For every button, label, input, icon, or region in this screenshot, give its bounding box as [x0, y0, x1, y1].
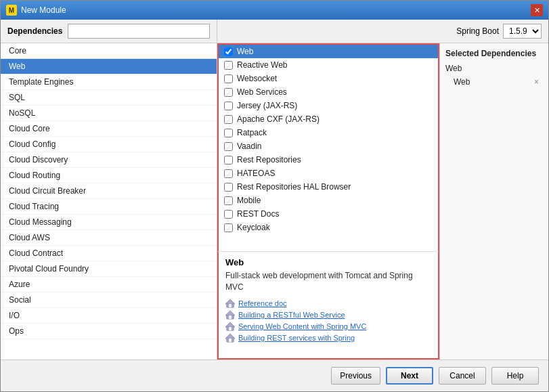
dep-item-jersey[interactable]: Jersey (JAX-RS): [219, 99, 438, 112]
dep-link-building-rest[interactable]: Building REST services with Spring: [225, 333, 431, 343]
category-item-ops[interactable]: Ops: [1, 324, 217, 339]
dep-link-ref-doc[interactable]: Reference doc: [225, 299, 431, 308]
dep-link-label-building-rest: Building REST services with Spring: [238, 334, 355, 342]
dep-checkbox-web-services[interactable]: [224, 88, 233, 97]
dep-item-hateoas[interactable]: HATEOAS: [219, 167, 438, 180]
dep-label-web-services: Web Services: [237, 87, 287, 97]
category-item-cloud-aws[interactable]: Cloud AWS: [1, 230, 217, 246]
category-item-core[interactable]: Core: [1, 43, 217, 59]
svg-rect-2: [229, 303, 232, 307]
dep-desc-text: Full-stack web development with Tomcat a…: [225, 270, 431, 293]
category-item-cloud-config[interactable]: Cloud Config: [1, 137, 217, 152]
category-item-cloud-discovery[interactable]: Cloud Discovery: [1, 152, 217, 168]
selected-groups: WebWeb×: [445, 64, 543, 92]
dep-checkbox-reactive-web[interactable]: [224, 61, 233, 70]
dependency-list: WebReactive WebWebsocketWeb ServicesJers…: [217, 43, 439, 251]
dep-item-mobile[interactable]: Mobile: [219, 194, 438, 207]
dep-link-building-restful[interactable]: Building a RESTful Web Service: [225, 310, 431, 320]
dep-checkbox-keycloak[interactable]: [224, 223, 233, 232]
help-button[interactable]: Help: [491, 367, 539, 385]
dep-checkbox-rest-repos-hal[interactable]: [224, 183, 233, 192]
selected-deps-title: Selected Dependencies: [445, 49, 543, 58]
category-item-cloud-routing[interactable]: Cloud Routing: [1, 168, 217, 183]
selected-dep-group: WebWeb×: [445, 64, 543, 88]
category-item-template-engines[interactable]: Template Engines: [1, 74, 217, 90]
next-button[interactable]: Next: [386, 367, 433, 385]
dep-item-apache-cxf[interactable]: Apache CXF (JAX-RS): [219, 112, 438, 126]
dep-checkbox-hateoas[interactable]: [224, 169, 233, 178]
dep-item-web[interactable]: Web: [219, 45, 438, 58]
spring-boot-row: Spring Boot 1.5.9 2.0.0 1.5.8: [217, 20, 548, 43]
dep-links: Reference docBuilding a RESTful Web Serv…: [225, 299, 431, 343]
dep-item-rest-repos[interactable]: Rest Repositories: [219, 153, 438, 167]
category-item-web[interactable]: Web: [1, 59, 217, 74]
dialog: M New Module ✕ Dependencies Spring Boot …: [0, 0, 549, 392]
dep-item-ratpack[interactable]: Ratpack: [219, 126, 438, 139]
link-icon: [225, 299, 235, 308]
dep-label-mobile: Mobile: [237, 196, 261, 205]
dep-item-reactive-web[interactable]: Reactive Web: [219, 58, 438, 72]
dep-item-rest-docs[interactable]: REST Docs: [219, 207, 438, 221]
dep-link-label-ref-doc: Reference doc: [238, 299, 287, 307]
module-icon: M: [6, 5, 17, 16]
dep-label-rest-repos-hal: Rest Repositories HAL Browser: [237, 182, 351, 192]
category-item-nosql[interactable]: NoSQL: [1, 106, 217, 121]
dep-checkbox-rest-repos[interactable]: [224, 156, 233, 165]
category-item-cloud-contract[interactable]: Cloud Contract: [1, 246, 217, 261]
category-item-io[interactable]: I/O: [1, 308, 217, 324]
dep-label-jersey: Jersey (JAX-RS): [237, 101, 297, 110]
title-bar: M New Module ✕: [1, 1, 548, 20]
category-item-sql[interactable]: SQL: [1, 90, 217, 106]
dependency-description: Web Full-stack web development with Tomc…: [217, 251, 439, 360]
dep-link-label-building-restful: Building a RESTful Web Service: [238, 311, 345, 319]
category-item-cloud-tracing[interactable]: Cloud Tracing: [1, 199, 217, 215]
dep-item-web-services[interactable]: Web Services: [219, 85, 438, 99]
dep-label-web: Web: [237, 47, 253, 56]
dep-label-rest-repos: Rest Repositories: [237, 155, 301, 165]
dep-checkbox-web[interactable]: [224, 47, 233, 56]
dep-item-keycloak[interactable]: Keycloak: [219, 221, 438, 234]
selected-dep-name: Web: [454, 77, 470, 87]
link-icon: [225, 333, 235, 343]
dep-link-serving-web[interactable]: Serving Web Content with Spring MVC: [225, 322, 431, 331]
remove-dep-button[interactable]: ×: [533, 77, 540, 87]
category-item-pivotal-cloud-foundry[interactable]: Pivotal Cloud Foundry: [1, 261, 217, 277]
category-item-cloud-core[interactable]: Cloud Core: [1, 121, 217, 137]
dep-item-rest-repos-hal[interactable]: Rest Repositories HAL Browser: [219, 180, 438, 194]
selected-dep-group-name: Web: [445, 64, 543, 73]
svg-rect-8: [229, 326, 232, 330]
category-item-azure[interactable]: Azure: [1, 277, 217, 292]
dep-label-reactive-web: Reactive Web: [237, 60, 287, 70]
middle-panel: WebReactive WebWebsocketWeb ServicesJers…: [217, 43, 440, 360]
link-icon: [225, 322, 235, 331]
dep-checkbox-rest-docs[interactable]: [224, 210, 233, 219]
dependencies-label: Dependencies: [7, 26, 62, 36]
previous-button[interactable]: Previous: [331, 367, 380, 385]
category-item-cloud-messaging[interactable]: Cloud Messaging: [1, 215, 217, 230]
dep-checkbox-websocket[interactable]: [224, 74, 233, 83]
dep-checkbox-mobile[interactable]: [224, 196, 233, 205]
category-item-social[interactable]: Social: [1, 292, 217, 308]
svg-marker-7: [225, 322, 235, 326]
title-bar-left: M New Module: [6, 5, 66, 16]
dep-label-apache-cxf: Apache CXF (JAX-RS): [237, 114, 320, 124]
dialog-title: New Module: [21, 5, 66, 15]
close-button[interactable]: ✕: [531, 4, 543, 16]
dep-item-vaadin[interactable]: Vaadin: [219, 139, 438, 153]
svg-marker-1: [225, 299, 235, 303]
spring-boot-select[interactable]: 1.5.9 2.0.0 1.5.8: [503, 24, 542, 39]
top-section: Dependencies Spring Boot 1.5.9 2.0.0 1.5…: [1, 20, 548, 43]
dep-label-rest-docs: REST Docs: [237, 209, 279, 219]
dep-item-websocket[interactable]: Websocket: [219, 72, 438, 85]
dep-checkbox-ratpack[interactable]: [224, 129, 233, 137]
search-input[interactable]: [68, 24, 210, 39]
cancel-button[interactable]: Cancel: [439, 367, 486, 385]
svg-rect-11: [229, 338, 232, 341]
dep-checkbox-apache-cxf[interactable]: [224, 115, 233, 124]
spring-boot-label: Spring Boot: [456, 26, 499, 36]
category-item-cloud-circuit-breaker[interactable]: Cloud Circuit Breaker: [1, 183, 217, 199]
categories-panel: CoreWebTemplate EnginesSQLNoSQLCloud Cor…: [1, 43, 217, 360]
dep-checkbox-jersey[interactable]: [224, 102, 233, 110]
selected-dep-item: Web×: [451, 76, 543, 88]
dep-checkbox-vaadin[interactable]: [224, 142, 233, 151]
